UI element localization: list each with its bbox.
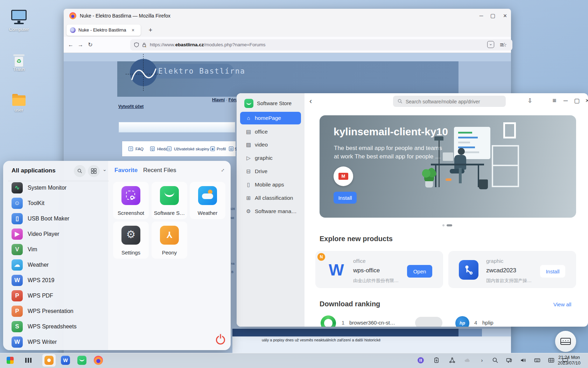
create-account-link[interactable]: Vytvořit účet — [118, 104, 144, 109]
link-hlavni[interactable]: Hlavní — [212, 97, 225, 102]
menu-app-wps-spreadsheets[interactable]: S WPS Spreadsheets — [3, 319, 108, 334]
reload-button[interactable]: ↻ — [85, 40, 95, 50]
ranking-row[interactable]: 1 browser360-cn-st… — [320, 314, 446, 327]
store-back-button[interactable]: ‹ — [309, 96, 312, 107]
rank-action-button[interactable] — [415, 317, 442, 327]
shield-icon[interactable] — [134, 42, 139, 48]
back-button[interactable]: ← — [66, 40, 76, 50]
pocket-icon[interactable]: ⌄ — [487, 41, 494, 48]
menu-app-system-monitor[interactable]: ∿ System Monitor — [3, 180, 108, 196]
store-nav-graphic[interactable]: ▷ graphic — [240, 152, 301, 164]
desktop-icon-computer[interactable] — [10, 9, 27, 26]
menu-app-video-player[interactable]: ▶ Video Player — [3, 226, 108, 242]
menu-app-wps-writer[interactable]: W WPS Writer — [3, 334, 108, 350]
store-nav-office[interactable]: ▤ office — [240, 125, 301, 138]
tab-recent-files[interactable]: Recent Files — [143, 167, 176, 174]
search-icon[interactable] — [492, 357, 498, 363]
taskbar-firefox-button[interactable] — [93, 355, 103, 365]
favorite-peony[interactable]: Y Peony — [152, 222, 187, 259]
settings-gear-icon: ⚙ — [121, 226, 140, 245]
store-menu-icon[interactable]: ≡ — [550, 96, 559, 105]
hotspot-icon[interactable] — [449, 357, 455, 363]
window-title: Nuke - Elektro Bastlirna — Mozilla Firef… — [80, 9, 170, 23]
menu-app-wps-presentation[interactable]: P WPS Presentation — [3, 304, 108, 319]
taskbar-wps-button[interactable]: W — [61, 355, 70, 365]
lock-icon[interactable] — [141, 42, 147, 48]
install-button[interactable]: Install — [540, 265, 565, 278]
menu-faq[interactable]: FAQ — [135, 146, 144, 151]
taskbar-task-view-button[interactable] — [23, 355, 33, 365]
store-nav-drive[interactable]: ⊟ Drive — [240, 165, 301, 178]
desktop-icon-trash[interactable]: ♻ — [10, 52, 27, 69]
new-tab-button[interactable]: + — [146, 25, 155, 36]
favorite-software-store[interactable]: Software S… — [152, 182, 187, 219]
store-nav-mobile-apps[interactable]: ▯ Mobile apps — [240, 178, 301, 191]
battery-icon[interactable] — [433, 357, 440, 363]
rank-number: 1 — [342, 320, 344, 326]
featured-app-banner[interactable]: kylinsemail-client-ky10 The best email a… — [320, 115, 576, 218]
store-nav-software-management[interactable]: ⚙ Software mana… — [240, 205, 301, 218]
menu-search-button[interactable] — [74, 165, 86, 177]
open-button[interactable]: Open — [407, 265, 432, 278]
carousel-dot-active[interactable] — [447, 224, 452, 226]
tab-close-icon[interactable]: × — [132, 25, 134, 36]
illustration-shoe — [446, 178, 451, 181]
virtual-keyboard-button[interactable] — [555, 331, 576, 352]
store-search-input[interactable] — [405, 96, 504, 108]
favorite-screenshot[interactable]: Screenshot — [113, 182, 149, 219]
desktop-icon-computer-label: Computer — [2, 27, 36, 32]
illustration-plant-leaves — [422, 167, 436, 183]
url-text[interactable]: https://www.ebastlirna.cz/modules.php?na… — [150, 39, 266, 50]
menu-app-toolkit[interactable]: ☺ ToolKit — [3, 196, 108, 211]
banner-install-button[interactable]: Install — [334, 192, 357, 204]
product-card-zwcad[interactable]: graphic zwcad2023 国内首款支持国产操… Install — [448, 251, 576, 288]
chevron-down-icon[interactable]: ⌄ — [103, 166, 107, 172]
store-minimize-button[interactable]: ─ — [561, 97, 570, 105]
desktop-icon-user-folder[interactable] — [10, 92, 27, 109]
app-menu-icon[interactable]: ≡ — [500, 40, 504, 50]
app-indicator-icon[interactable] — [418, 357, 424, 363]
tab-elektro-bastlirna[interactable]: Nuke - Elektro Bastlirna × — [66, 25, 141, 36]
tab-favorite[interactable]: Favorite — [114, 167, 138, 174]
store-maximize-button[interactable]: ▢ — [573, 97, 581, 105]
volume-icon[interactable] — [520, 357, 526, 363]
carousel-dot[interactable] — [442, 224, 444, 226]
menu-view-toggle-button[interactable] — [88, 165, 100, 177]
store-nav-homepage[interactable]: ⌂ homePage — [240, 112, 301, 124]
maximize-button[interactable]: ▢ — [488, 11, 497, 20]
firefox-titlebar[interactable]: Nuke - Elektro Bastlirna — Mozilla Firef… — [64, 9, 511, 23]
menu-app-weather[interactable]: ☁ Weather — [3, 257, 108, 273]
download-manager-icon[interactable]: ⇩ — [526, 97, 534, 105]
power-button[interactable] — [216, 335, 225, 345]
favorite-settings[interactable]: ⚙ Settings — [113, 222, 149, 259]
url-bar[interactable]: https://www.ebastlirna.cz/modules.php?na… — [130, 39, 512, 50]
minimize-button[interactable]: ─ — [477, 11, 486, 20]
keyboard-icon[interactable] — [534, 357, 540, 363]
menu-app-vim[interactable]: V Vim — [3, 242, 108, 257]
menu-app-wps-2019[interactable]: W WPS 2019 — [3, 273, 108, 288]
product-card-wps-office[interactable]: N W office wps-office 由金山软件股份有限… Open — [315, 251, 443, 288]
menu-skupiny[interactable]: Uživatelské skupiny — [174, 146, 209, 151]
taskbar-clock[interactable]: 21:24 Mon 2023/07/10 — [552, 355, 587, 366]
menu-app-usb-boot-maker[interactable]: ▯ USB Boot Maker — [3, 211, 108, 226]
ranking-row[interactable]: hp 4 hplip — [452, 314, 578, 327]
forward-button[interactable]: → — [76, 40, 85, 50]
network-icon[interactable] — [506, 357, 512, 363]
tray-expand-icon[interactable]: › — [479, 357, 485, 363]
store-nav-all-classification[interactable]: ⊞ All classification — [240, 192, 301, 204]
menu-profil[interactable]: Profil — [217, 146, 226, 151]
store-search-bar[interactable] — [393, 96, 506, 107]
taskbar-software-store-button[interactable] — [77, 355, 87, 365]
menu-app-wps-pdf[interactable]: P WPS PDF — [3, 288, 108, 304]
store-close-button[interactable]: × — [583, 96, 588, 105]
view-all-link[interactable]: View all — [553, 301, 571, 307]
tab-title: Nuke - Elektro Bastlirna — [78, 25, 126, 36]
taskbar-start-button[interactable] — [5, 355, 15, 365]
cloud-icon[interactable] — [464, 357, 470, 363]
grid-icon: ⊞ — [245, 192, 252, 204]
close-button[interactable]: × — [500, 11, 510, 20]
store-nav-video[interactable]: ▨ video — [240, 138, 301, 151]
illustration-desk — [431, 164, 484, 165]
taskbar-assistant-button[interactable] — [44, 355, 54, 365]
favorite-weather[interactable]: Weather — [190, 182, 225, 219]
